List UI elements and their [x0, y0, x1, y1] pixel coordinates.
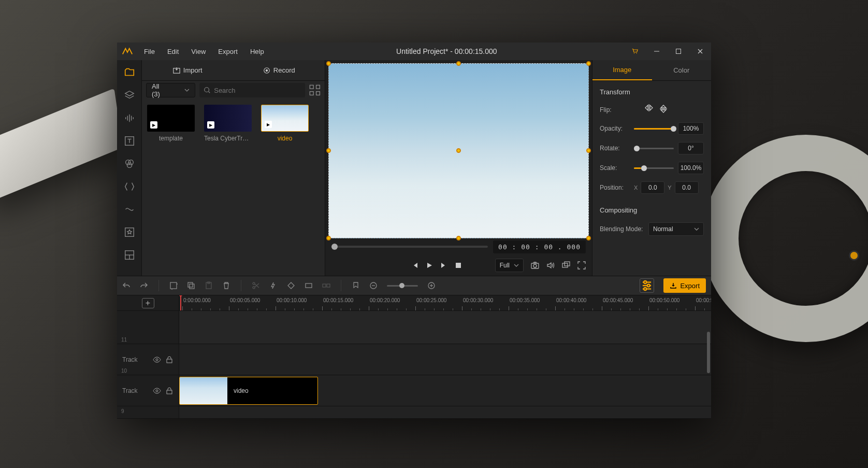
compositing-header: Compositing: [600, 206, 704, 214]
svg-point-56: [156, 359, 158, 361]
ruler[interactable]: 0:00:00.00000:00:05.00000:00:10.00000:00…: [179, 295, 711, 310]
resolution-dropdown[interactable]: Full: [495, 259, 524, 272]
svg-point-53: [644, 281, 647, 283]
settings-icon[interactable]: [640, 278, 654, 293]
split-icon[interactable]: [252, 281, 260, 290]
track-content[interactable]: [179, 344, 711, 375]
position-y-input[interactable]: [675, 181, 699, 194]
sidebar-media-icon[interactable]: [119, 62, 140, 83]
volume-icon[interactable]: [546, 261, 555, 270]
menu-file[interactable]: File: [139, 46, 160, 58]
timeline-scrollbar[interactable]: [707, 332, 710, 373]
svg-rect-35: [170, 282, 177, 289]
play-button[interactable]: [426, 262, 433, 269]
snapshot-icon[interactable]: [531, 261, 539, 270]
redo-icon[interactable]: [140, 281, 148, 290]
media-item-tesla[interactable]: ▶ Tesla CyberTruc...: [204, 105, 252, 142]
sidebar-layers-icon[interactable]: [119, 85, 140, 106]
rotate-value[interactable]: 0°: [678, 142, 704, 154]
visibility-icon[interactable]: [153, 387, 161, 395]
fullscreen-icon[interactable]: [577, 261, 586, 270]
paste-icon[interactable]: [205, 281, 213, 290]
copy-icon[interactable]: [187, 281, 195, 290]
zoom-out-icon[interactable]: [369, 281, 378, 290]
speed-icon[interactable]: [269, 281, 278, 290]
group-icon[interactable]: [322, 281, 330, 290]
zoom-in-icon[interactable]: [427, 281, 436, 290]
menu-view[interactable]: View: [186, 46, 211, 58]
import-button[interactable]: Import: [142, 60, 234, 80]
record-button[interactable]: Record: [234, 60, 325, 80]
preview-canvas[interactable]: [328, 63, 589, 238]
detach-icon[interactable]: [562, 261, 570, 270]
visibility-icon[interactable]: [153, 356, 161, 364]
svg-rect-3: [676, 49, 681, 54]
blend-mode-dropdown[interactable]: Normal: [648, 222, 704, 236]
playhead[interactable]: [180, 295, 181, 310]
opacity-slider[interactable]: [634, 123, 674, 134]
menu-export[interactable]: Export: [213, 46, 243, 58]
sidebar-motion-icon[interactable]: [119, 199, 140, 220]
svg-point-0: [634, 53, 635, 54]
export-button[interactable]: Export: [663, 278, 706, 293]
grid-view-icon[interactable]: [309, 84, 321, 96]
delete-icon[interactable]: [222, 281, 230, 290]
flip-horizontal-icon[interactable]: [644, 104, 654, 115]
crop-icon[interactable]: [169, 281, 178, 290]
svg-point-1: [636, 53, 637, 54]
lock-icon[interactable]: [165, 387, 173, 395]
stop-button[interactable]: [455, 262, 462, 269]
aspect-icon[interactable]: [305, 281, 313, 290]
lock-icon[interactable]: [165, 356, 173, 364]
add-track-button[interactable]: +: [142, 298, 154, 308]
zoom-slider[interactable]: [387, 285, 418, 287]
sidebar-text-icon[interactable]: [119, 131, 140, 151]
position-x-input[interactable]: [641, 181, 664, 194]
marker-icon[interactable]: [352, 281, 360, 290]
minimize-button[interactable]: [646, 42, 668, 60]
rotate-slider[interactable]: [634, 143, 674, 153]
import-label: Import: [183, 66, 202, 74]
sidebar-filters-icon[interactable]: [119, 153, 140, 174]
sidebar-transitions-icon[interactable]: [119, 176, 140, 197]
maximize-button[interactable]: [668, 42, 689, 60]
cart-icon[interactable]: [624, 42, 646, 60]
media-item-video[interactable]: ▶ video: [261, 105, 309, 142]
svg-rect-57: [167, 359, 172, 363]
close-button[interactable]: [689, 42, 711, 60]
sidebar-audio-icon[interactable]: [119, 108, 140, 129]
menu-edit[interactable]: Edit: [162, 46, 184, 58]
svg-point-13: [128, 160, 133, 165]
undo-icon[interactable]: [122, 281, 131, 290]
search-input[interactable]: [214, 87, 301, 94]
scale-slider[interactable]: [634, 163, 674, 173]
sidebar-split-icon[interactable]: [119, 245, 140, 265]
svg-rect-27: [316, 92, 320, 95]
media-filter-dropdown[interactable]: All (3): [146, 83, 195, 97]
media-item-template[interactable]: ▶ template: [147, 105, 195, 142]
seek-bar[interactable]: [331, 246, 488, 248]
timeline-toolbar: Export: [117, 276, 711, 295]
next-frame-button[interactable]: [440, 262, 447, 269]
opacity-value[interactable]: 100%: [678, 122, 704, 135]
prev-frame-button[interactable]: [411, 262, 418, 269]
scale-value[interactable]: 100.0%: [678, 162, 704, 174]
svg-rect-37: [190, 284, 194, 289]
tab-color[interactable]: Color: [652, 60, 712, 80]
track-content[interactable]: video: [179, 375, 711, 406]
keyframe-icon[interactable]: [287, 281, 295, 290]
app-window: File Edit View Export Help Untitled Proj…: [117, 42, 711, 419]
svg-point-41: [253, 287, 255, 289]
svg-rect-24: [310, 85, 314, 89]
timeline-clip[interactable]: video: [179, 377, 318, 405]
tab-image[interactable]: Image: [592, 60, 652, 80]
flip-vertical-icon[interactable]: [660, 104, 667, 115]
svg-rect-36: [188, 282, 193, 287]
sidebar-elements-icon[interactable]: [119, 222, 140, 243]
svg-point-55: [644, 288, 647, 290]
export-icon: [670, 282, 677, 289]
titlebar: File Edit View Export Help Untitled Proj…: [117, 42, 711, 60]
svg-point-54: [647, 285, 650, 287]
search-box[interactable]: [199, 83, 305, 97]
menu-help[interactable]: Help: [245, 46, 269, 58]
